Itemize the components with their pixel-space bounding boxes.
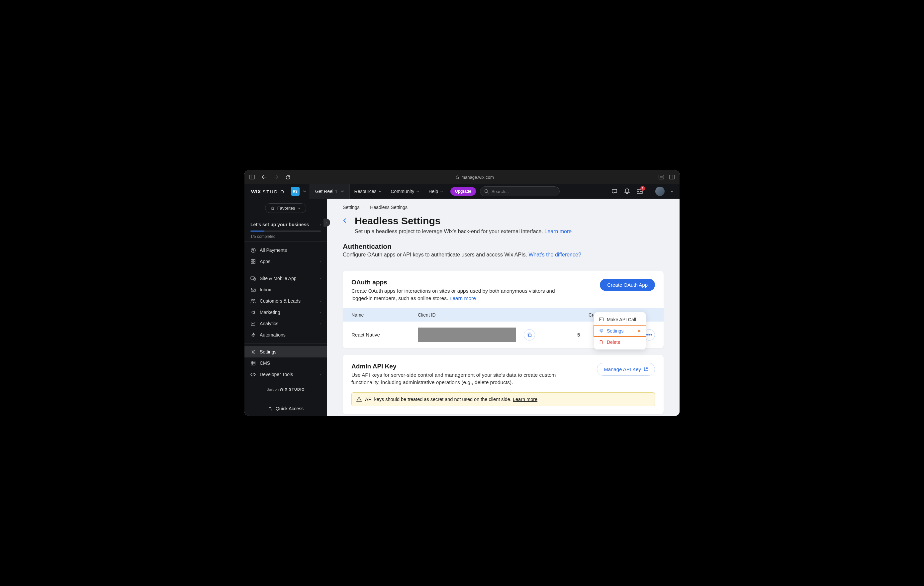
sidebar-item-cms[interactable]: CMS — [244, 357, 327, 369]
create-oauth-button[interactable]: Create OAuth App — [600, 279, 655, 291]
forward-icon[interactable] — [273, 174, 279, 180]
chevron-right-icon: › — [320, 259, 321, 263]
favorites-pill[interactable]: Favorites — [265, 203, 306, 213]
code-icon — [251, 373, 256, 376]
chevron-right-icon: › — [320, 276, 321, 281]
bell-icon[interactable] — [624, 188, 630, 195]
notif-badge: 1 — [640, 186, 645, 191]
menu-make-api-call[interactable]: Make API Call — [594, 314, 646, 325]
grid-icon — [251, 259, 256, 264]
admin-api-card: Admin API Key Use API keys for server-si… — [343, 355, 663, 414]
whats-difference-link[interactable]: What's the difference? — [528, 252, 581, 258]
workspace-dropdown[interactable] — [300, 190, 310, 192]
trash-icon — [599, 340, 604, 344]
reload-icon[interactable] — [285, 174, 291, 180]
oauth-card: OAuth apps Create OAuth apps for interac… — [343, 271, 663, 348]
copy-button[interactable] — [524, 329, 535, 340]
menu-settings[interactable]: Settings ▶ — [594, 325, 646, 337]
wix-logo[interactable]: WIX STUDIO — [248, 189, 288, 194]
progress-bar — [251, 231, 321, 231]
inbox-icon — [251, 288, 256, 292]
menu-delete[interactable]: Delete — [594, 337, 646, 347]
sidebar-item-apps[interactable]: Apps› — [244, 256, 327, 267]
chevron-right-icon: › — [320, 322, 321, 325]
admin-desc: Use API keys for server-side control and… — [351, 371, 557, 386]
oauth-learn-more[interactable]: Learn more — [450, 295, 476, 301]
tabs-icon[interactable] — [669, 174, 675, 180]
chart-icon — [251, 322, 256, 326]
chevron-right-icon: › — [320, 310, 321, 314]
sidebar-item-automations[interactable]: Automations — [244, 329, 327, 340]
sidebar-item-inbox[interactable]: Inbox — [244, 284, 327, 295]
admin-heading: Admin API Key — [351, 363, 557, 370]
warning-learn-more[interactable]: Learn more — [513, 397, 537, 402]
nav-community[interactable]: Community — [386, 189, 424, 194]
browser-chrome: manage.wix.com — [244, 170, 680, 184]
manage-api-key-button[interactable]: Manage API Key — [597, 363, 655, 376]
bolt-icon — [251, 333, 256, 337]
page-subtitle: Set up a headless project to leverage Wi… — [355, 229, 572, 234]
table-row: React Native 5 ••• — [343, 322, 663, 348]
svg-rect-12 — [251, 259, 253, 261]
svg-rect-3 — [659, 175, 664, 179]
svg-point-18 — [251, 299, 253, 301]
avatar-chevron[interactable] — [671, 191, 673, 192]
nav-help[interactable]: Help — [424, 189, 448, 194]
quick-access-button[interactable]: Quick Access — [244, 401, 327, 416]
terminal-icon — [599, 318, 604, 321]
svg-rect-25 — [529, 334, 531, 337]
svg-rect-0 — [250, 175, 255, 179]
search-placeholder: Search... — [492, 189, 509, 194]
db-icon — [251, 361, 256, 365]
chevron-right-icon: › — [320, 299, 321, 303]
upgrade-button[interactable]: Upgrade — [450, 187, 476, 196]
project-name: Get Reel 1 — [315, 189, 337, 194]
svg-point-19 — [253, 299, 255, 301]
sidebar-item-customers-leads[interactable]: Customers & Leads› — [244, 295, 327, 307]
back-icon[interactable] — [261, 174, 267, 180]
learn-more-link[interactable]: Learn more — [544, 229, 572, 234]
svg-point-8 — [485, 190, 488, 193]
external-link-icon — [644, 367, 648, 371]
device-icon — [251, 276, 256, 281]
star-icon — [271, 206, 275, 210]
setup-progress[interactable]: Let's set up your business› 1/5 complete… — [244, 217, 327, 242]
sidebar-item-settings[interactable]: Settings — [244, 346, 327, 357]
avatar[interactable] — [655, 187, 665, 196]
warning-icon — [356, 397, 362, 402]
sidebar-item-all-payments[interactable]: All Payments — [244, 244, 327, 256]
client-id-redacted — [418, 328, 516, 342]
sidebar-toggle-icon[interactable] — [249, 174, 255, 180]
workspace-badge[interactable]: RS — [291, 187, 300, 196]
breadcrumb: Settings › Headless Settings — [343, 205, 663, 210]
sidebar-item-analytics[interactable]: Analytics› — [244, 318, 327, 329]
warning-text: API keys should be treated as secret and… — [365, 397, 537, 402]
sidebar-item-developer-tools[interactable]: Developer Tools› — [244, 369, 327, 380]
oauth-desc: Create OAuth apps for interactions on si… — [351, 287, 557, 302]
svg-rect-2 — [456, 177, 459, 179]
gear-icon — [599, 328, 604, 333]
back-button[interactable] — [343, 218, 350, 225]
built-on-label: Built on WIX STUDIO — [244, 383, 327, 396]
project-selector[interactable]: Get Reel 1 — [310, 184, 350, 199]
col-client-id: Client ID — [418, 312, 589, 318]
sidebar-item-marketing[interactable]: Marketing› — [244, 307, 327, 318]
svg-point-27 — [601, 330, 602, 332]
gear-icon — [251, 350, 256, 355]
sidebar-item-site-mobile-app[interactable]: Site & Mobile App› — [244, 273, 327, 284]
chat-icon[interactable] — [611, 188, 618, 195]
lock-icon — [455, 175, 459, 179]
megaphone-icon — [251, 310, 256, 315]
url-bar[interactable]: manage.wix.com — [297, 175, 652, 180]
divider — [343, 264, 663, 264]
search-input[interactable]: Search... — [480, 187, 559, 196]
svg-line-9 — [488, 192, 488, 193]
share-icon[interactable] — [658, 174, 664, 180]
chevron-down-icon — [298, 207, 300, 209]
breadcrumb-settings[interactable]: Settings — [343, 205, 360, 210]
inbox-top-icon[interactable]: 1 — [636, 188, 643, 195]
search-icon — [484, 189, 489, 194]
nav-resources[interactable]: Resources — [350, 189, 386, 194]
svg-rect-26 — [599, 318, 603, 321]
svg-rect-15 — [253, 262, 255, 263]
